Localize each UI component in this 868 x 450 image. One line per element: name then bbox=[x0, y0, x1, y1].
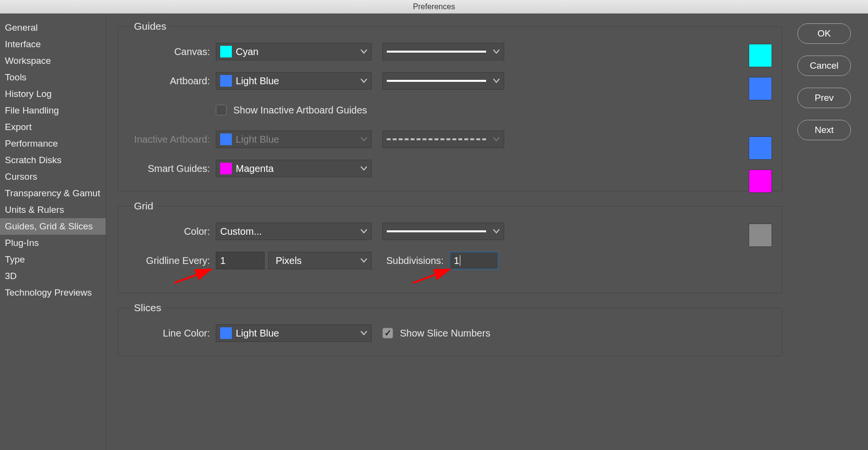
sidebar-item-type[interactable]: Type bbox=[0, 251, 106, 268]
chevron-down-icon bbox=[493, 229, 500, 234]
chevron-down-icon bbox=[360, 78, 367, 83]
slice-line-color-label: Line Color: bbox=[128, 328, 216, 339]
grid-color-value: Custom... bbox=[220, 226, 262, 237]
canvas-color-swatch[interactable] bbox=[749, 44, 772, 67]
solid-line-icon bbox=[387, 80, 486, 82]
inactive-color-swatch[interactable] bbox=[749, 136, 772, 160]
chevron-down-icon bbox=[360, 229, 367, 234]
canvas-color-value: Cyan bbox=[236, 46, 259, 57]
sidebar-item-guides-grid-slices[interactable]: Guides, Grid & Slices bbox=[0, 218, 106, 235]
grid-line-style-dropdown[interactable] bbox=[382, 223, 504, 240]
chevron-down-icon bbox=[360, 49, 367, 54]
show-slice-numbers-checkbox[interactable] bbox=[382, 328, 393, 338]
show-inactive-label: Show Inactive Artboard Guides bbox=[233, 105, 367, 116]
slices-legend: Slices bbox=[131, 302, 164, 314]
subdivisions-input[interactable]: 1 bbox=[450, 252, 498, 269]
sidebar-item-scratch-disks[interactable]: Scratch Disks bbox=[0, 152, 106, 169]
dashed-line-icon bbox=[387, 138, 486, 140]
sidebar-item-cursors[interactable]: Cursors bbox=[0, 169, 106, 185]
grid-color-dropdown[interactable]: Custom... bbox=[216, 223, 372, 240]
main-panel: Guides Canvas: Cyan Artboard bbox=[106, 14, 790, 450]
dialog-buttons: OK Cancel Prev Next bbox=[790, 14, 868, 450]
solid-line-icon bbox=[387, 230, 486, 232]
grid-color-swatch[interactable] bbox=[749, 224, 772, 247]
chevron-down-icon bbox=[493, 137, 500, 142]
sidebar-item-transparency-gamut[interactable]: Transparency & Gamut bbox=[0, 185, 106, 202]
gridline-every-label: Gridline Every: bbox=[128, 255, 216, 266]
next-button[interactable]: Next bbox=[797, 120, 851, 140]
text-cursor-icon bbox=[460, 255, 460, 266]
artboard-color-dropdown[interactable]: Light Blue bbox=[216, 72, 372, 90]
chevron-down-icon bbox=[360, 166, 367, 171]
smart-color-swatch[interactable] bbox=[749, 169, 772, 193]
guides-legend: Guides bbox=[131, 20, 170, 32]
cancel-button[interactable]: Cancel bbox=[797, 56, 851, 76]
show-slice-numbers-label: Show Slice Numbers bbox=[400, 328, 491, 339]
prev-button[interactable]: Prev bbox=[797, 88, 851, 108]
slices-group: Slices Line Color: Light Blue Show Slice… bbox=[118, 302, 782, 356]
sidebar-item-general[interactable]: General bbox=[0, 19, 106, 36]
cyan-chip-icon bbox=[220, 46, 232, 57]
canvas-color-dropdown[interactable]: Cyan bbox=[216, 43, 372, 60]
body-area: General Interface Workspace Tools Histor… bbox=[0, 14, 868, 450]
smart-color-value: Magenta bbox=[236, 163, 274, 174]
grid-color-label: Color: bbox=[128, 226, 216, 237]
solid-line-icon bbox=[387, 51, 486, 53]
svg-line-0 bbox=[174, 269, 211, 283]
sidebar-item-units-rulers[interactable]: Units & Rulers bbox=[0, 202, 106, 218]
chevron-down-icon bbox=[360, 331, 367, 336]
artboard-color-swatch[interactable] bbox=[749, 77, 772, 100]
artboard-line-style-dropdown[interactable] bbox=[382, 72, 504, 90]
inactive-line-style-dropdown bbox=[382, 131, 504, 148]
sidebar-item-history-log[interactable]: History Log bbox=[0, 86, 106, 102]
sidebar: General Interface Workspace Tools Histor… bbox=[0, 14, 106, 450]
sidebar-item-tools[interactable]: Tools bbox=[0, 69, 106, 86]
canvas-line-style-dropdown[interactable] bbox=[382, 43, 504, 60]
chevron-down-icon bbox=[360, 258, 367, 263]
slice-color-dropdown[interactable]: Light Blue bbox=[216, 324, 372, 342]
lightblue-chip-icon bbox=[220, 133, 232, 145]
lightblue-chip-icon bbox=[220, 75, 232, 87]
subdivisions-label: Subdivisions: bbox=[386, 255, 444, 266]
lightblue-chip-icon bbox=[220, 327, 232, 339]
sidebar-item-file-handling[interactable]: File Handling bbox=[0, 102, 106, 119]
sidebar-item-workspace[interactable]: Workspace bbox=[0, 53, 106, 69]
inactive-color-value: Light Blue bbox=[236, 134, 279, 145]
chevron-down-icon bbox=[493, 49, 500, 54]
inactive-color-dropdown: Light Blue bbox=[216, 131, 372, 148]
show-inactive-checkbox[interactable] bbox=[216, 105, 226, 115]
slice-color-value: Light Blue bbox=[236, 328, 279, 339]
sidebar-item-performance[interactable]: Performance bbox=[0, 135, 106, 152]
chevron-down-icon bbox=[493, 78, 500, 83]
subdivisions-value: 1 bbox=[454, 255, 459, 266]
window-title: Preferences bbox=[0, 0, 868, 14]
smart-guides-label: Smart Guides: bbox=[128, 163, 216, 174]
gridline-unit-value: Pixels bbox=[273, 255, 302, 266]
gridline-every-input[interactable]: 1 bbox=[216, 252, 264, 269]
grid-group: Grid Color: Custom... Gridline Every: 1 … bbox=[118, 200, 782, 293]
svg-line-1 bbox=[413, 269, 450, 283]
chevron-down-icon bbox=[360, 137, 367, 142]
artboard-label: Artboard: bbox=[128, 75, 216, 87]
grid-legend: Grid bbox=[131, 200, 156, 212]
canvas-label: Canvas: bbox=[128, 46, 216, 57]
inactive-artboard-label: Inactive Artboard: bbox=[128, 134, 216, 145]
sidebar-item-technology-previews[interactable]: Technology Previews bbox=[0, 284, 106, 301]
ok-button[interactable]: OK bbox=[797, 23, 851, 44]
magenta-chip-icon bbox=[220, 163, 232, 174]
sidebar-item-plug-ins[interactable]: Plug-Ins bbox=[0, 235, 106, 251]
sidebar-item-export[interactable]: Export bbox=[0, 119, 106, 135]
sidebar-item-3d[interactable]: 3D bbox=[0, 268, 106, 284]
gridline-unit-dropdown[interactable]: Pixels bbox=[268, 252, 372, 269]
smart-color-dropdown[interactable]: Magenta bbox=[216, 160, 372, 177]
sidebar-item-interface[interactable]: Interface bbox=[0, 36, 106, 53]
artboard-color-value: Light Blue bbox=[236, 75, 279, 87]
guides-group: Guides Canvas: Cyan Artboard bbox=[118, 20, 782, 191]
